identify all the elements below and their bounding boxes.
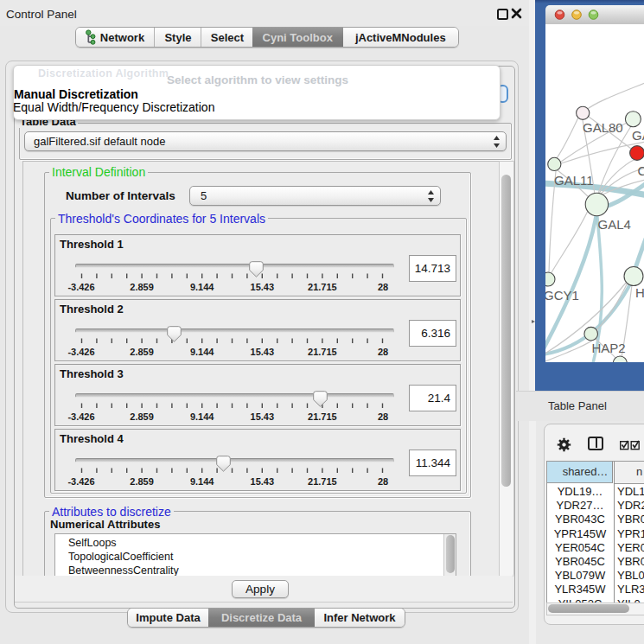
svg-text:GA: GA [632, 128, 644, 143]
svg-text:GAL4: GAL4 [598, 217, 631, 232]
svg-text:GCY1: GCY1 [545, 288, 579, 303]
svg-text:GAL80: GAL80 [583, 120, 623, 135]
svg-text:HAP2: HAP2 [592, 341, 626, 355]
svg-text:GAL11: GAL11 [554, 173, 594, 188]
svg-text:C: C [638, 163, 644, 178]
svg-text:H: H [635, 285, 644, 300]
